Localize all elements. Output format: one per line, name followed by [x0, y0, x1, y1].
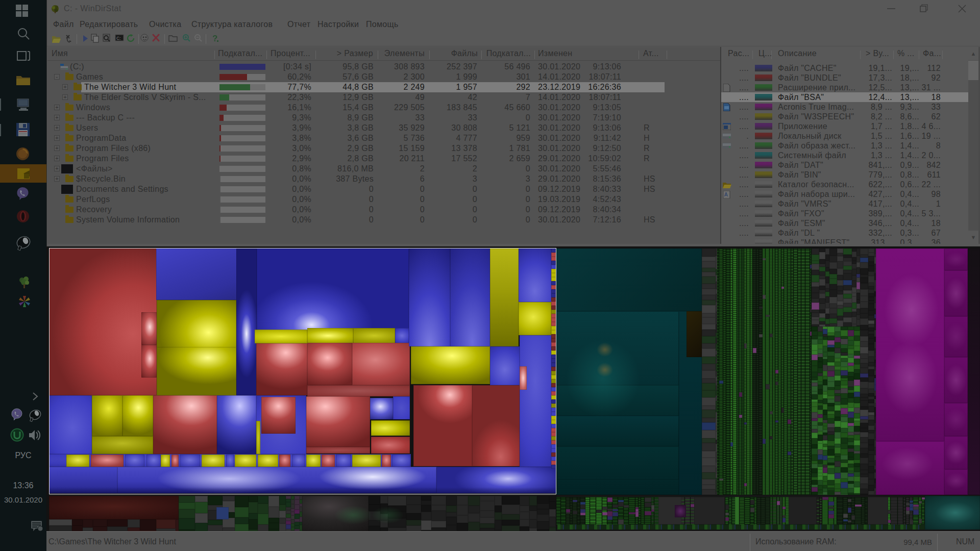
svg-text:?: ? [212, 34, 217, 43]
svg-text:C:: C: [116, 36, 121, 41]
svg-text:A: A [724, 192, 728, 197]
